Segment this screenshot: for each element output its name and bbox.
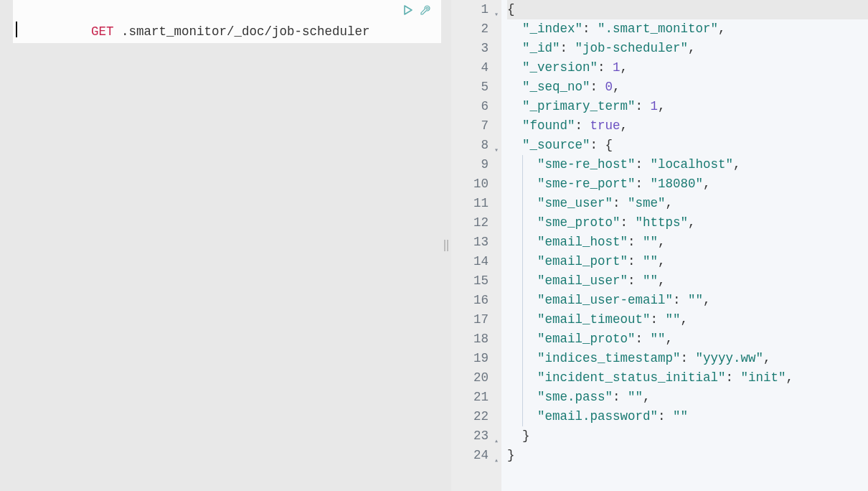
code-line: "_index": ".smart_monitor", bbox=[507, 19, 868, 39]
code-line: "_seq_no": 0, bbox=[507, 78, 868, 97]
code-line: "email_host": "", bbox=[507, 233, 868, 252]
code-line: "_id": "job-scheduler", bbox=[507, 39, 868, 58]
response-gutter: 1▾2345678▾91011121314151617181920212223▴… bbox=[451, 0, 501, 491]
line-number: 3 bbox=[451, 39, 489, 58]
fold-close-icon[interactable]: ▴ bbox=[494, 431, 499, 451]
request-gutter bbox=[0, 0, 13, 491]
wrench-icon[interactable] bbox=[420, 4, 431, 19]
line-number: 24▴ bbox=[451, 446, 489, 465]
line-number: 18 bbox=[451, 329, 489, 349]
code-line: "email_user-email": "", bbox=[507, 291, 868, 310]
code-line: "sme-re_port": "18080", bbox=[507, 174, 868, 194]
line-number: 13 bbox=[451, 233, 489, 252]
fold-open-icon[interactable]: ▾ bbox=[494, 5, 499, 24]
line-number: 8▾ bbox=[451, 136, 489, 155]
code-line: "_version": 1, bbox=[507, 58, 868, 78]
line-number: 16 bbox=[451, 291, 489, 310]
code-line: "email_user": "", bbox=[507, 271, 868, 291]
response-body[interactable]: { "_index": ".smart_monitor", "_id": "jo… bbox=[501, 0, 868, 491]
code-line: } bbox=[507, 446, 868, 465]
code-line: "email_port": "", bbox=[507, 252, 868, 271]
request-text[interactable]: GET .smart_monitor/_doc/job-scheduler bbox=[13, 4, 370, 60]
code-line: "email_timeout": "", bbox=[507, 310, 868, 329]
line-number: 2 bbox=[451, 19, 489, 39]
line-number: 10 bbox=[451, 174, 489, 194]
line-number: 15 bbox=[451, 271, 489, 291]
svg-marker-0 bbox=[405, 6, 412, 14]
request-line[interactable]: GET .smart_monitor/_doc/job-scheduler bbox=[13, 0, 441, 43]
code-line: { bbox=[507, 0, 868, 19]
line-number: 17 bbox=[451, 310, 489, 329]
pane-resize-handle[interactable] bbox=[441, 0, 451, 491]
code-line: "incident_status_initial": "init", bbox=[507, 368, 868, 388]
line-number: 11 bbox=[451, 194, 489, 213]
line-number: 7 bbox=[451, 116, 489, 136]
code-line: "sme-re_host": "localhost", bbox=[507, 155, 868, 174]
response-pane: 1▾2345678▾91011121314151617181920212223▴… bbox=[451, 0, 868, 491]
code-line: "_primary_term": 1, bbox=[507, 97, 868, 116]
request-path: .smart_monitor/_doc/job-scheduler bbox=[121, 24, 370, 39]
line-number: 19 bbox=[451, 349, 489, 368]
code-line: "sme_proto": "https", bbox=[507, 213, 868, 233]
line-number: 20 bbox=[451, 368, 489, 388]
line-number: 12 bbox=[451, 213, 489, 233]
dev-console-split: GET .smart_monitor/_doc/job-scheduler 1▾… bbox=[0, 0, 868, 491]
code-line: "_source": { bbox=[507, 136, 868, 155]
line-number: 23▴ bbox=[451, 426, 489, 446]
code-line: "email_proto": "", bbox=[507, 329, 868, 349]
line-number: 6 bbox=[451, 97, 489, 116]
line-number: 22 bbox=[451, 407, 489, 426]
run-icon[interactable] bbox=[402, 4, 414, 19]
line-number: 5 bbox=[451, 78, 489, 97]
http-method: GET bbox=[91, 24, 114, 39]
code-line: "sme.pass": "", bbox=[507, 388, 868, 407]
request-actions bbox=[402, 4, 435, 19]
line-number: 1▾ bbox=[451, 0, 489, 19]
line-number: 4 bbox=[451, 58, 489, 78]
fold-open-icon[interactable]: ▾ bbox=[494, 141, 499, 160]
text-cursor bbox=[16, 22, 17, 37]
request-editor[interactable]: GET .smart_monitor/_doc/job-scheduler bbox=[13, 0, 441, 491]
code-line: } bbox=[507, 426, 868, 446]
code-line: "indices_timestamp": "yyyy.ww", bbox=[507, 349, 868, 368]
code-line: "sme_user": "sme", bbox=[507, 194, 868, 213]
code-line: "email.password": "" bbox=[507, 407, 868, 426]
code-line: "found": true, bbox=[507, 116, 868, 136]
request-pane: GET .smart_monitor/_doc/job-scheduler bbox=[0, 0, 441, 491]
fold-close-icon[interactable]: ▴ bbox=[494, 451, 499, 470]
line-number: 14 bbox=[451, 252, 489, 271]
line-number: 9 bbox=[451, 155, 489, 174]
line-number: 21 bbox=[451, 388, 489, 407]
